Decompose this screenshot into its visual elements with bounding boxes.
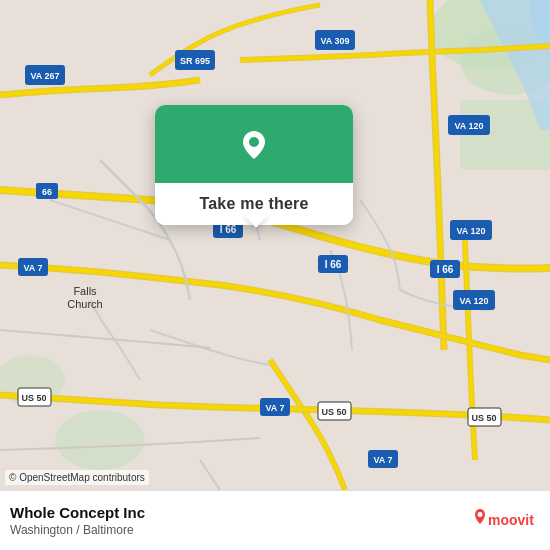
svg-text:VA 120: VA 120 (454, 121, 483, 131)
osm-attribution: © OpenStreetMap contributors (5, 470, 149, 485)
svg-point-3 (55, 410, 145, 470)
svg-text:VA 120: VA 120 (459, 296, 488, 306)
svg-text:US 50: US 50 (21, 393, 46, 403)
popup-triangle (244, 214, 268, 228)
svg-point-42 (478, 512, 483, 517)
svg-text:I 66: I 66 (220, 224, 237, 235)
location-name: Whole Concept Inc (10, 504, 145, 521)
svg-text:I 66: I 66 (325, 259, 342, 270)
svg-text:VA 120: VA 120 (456, 226, 485, 236)
svg-text:VA 7: VA 7 (265, 403, 284, 413)
svg-text:VA 267: VA 267 (30, 71, 59, 81)
popup-header (155, 105, 353, 183)
svg-point-41 (249, 137, 259, 147)
location-info: Whole Concept Inc Washington / Baltimore (10, 504, 145, 537)
bottom-bar: Whole Concept Inc Washington / Baltimore… (0, 490, 550, 550)
svg-text:VA 309: VA 309 (320, 36, 349, 46)
svg-text:VA 7: VA 7 (23, 263, 42, 273)
location-region: Washington / Baltimore (10, 523, 145, 537)
moovit-logo-svg: moovit (474, 507, 538, 535)
popup-card: Take me there (155, 105, 353, 225)
svg-text:moovit: moovit (488, 512, 534, 528)
moovit-logo: moovit (474, 507, 538, 535)
map-container[interactable]: I 66 I 66 I 66 VA 267 SR 695 VA 309 VA 1… (0, 0, 550, 490)
svg-text:Church: Church (67, 298, 102, 310)
svg-text:I 66: I 66 (437, 264, 454, 275)
svg-text:VA 7: VA 7 (373, 455, 392, 465)
svg-text:US 50: US 50 (471, 413, 496, 423)
svg-text:US 50: US 50 (321, 407, 346, 417)
svg-text:Falls: Falls (73, 285, 97, 297)
svg-text:SR 695: SR 695 (180, 56, 210, 66)
location-pin-icon (232, 123, 276, 167)
svg-text:66: 66 (42, 187, 52, 197)
